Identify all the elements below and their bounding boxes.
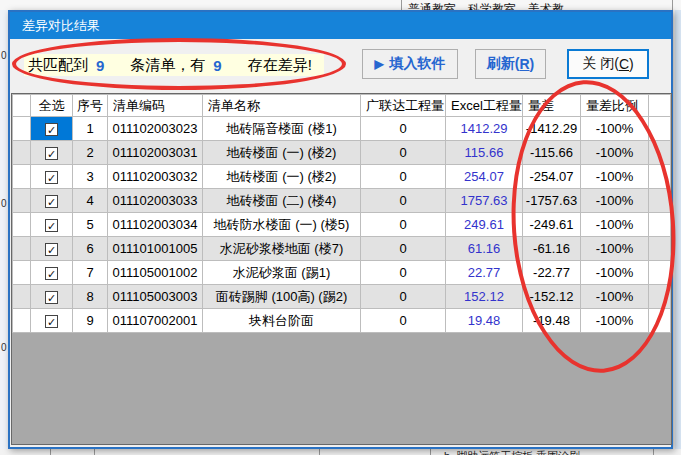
row-checkbox[interactable]: ✓: [45, 315, 58, 328]
row-checkbox[interactable]: ✓: [45, 195, 58, 208]
row-index: 3: [73, 165, 108, 189]
row-excel-qty: 249.61: [446, 213, 523, 237]
row-index: 9: [73, 309, 108, 333]
close-label: 关 闭(: [582, 55, 619, 73]
row-checkbox-cell[interactable]: ✓: [31, 141, 73, 165]
row-diff: -19.48: [523, 309, 581, 333]
row-code: 011102003031: [108, 141, 203, 165]
row-glodon-qty: 0: [361, 213, 446, 237]
row-diff: -115.66: [523, 141, 581, 165]
header-select-all[interactable]: 全选: [31, 95, 73, 117]
row-checkbox[interactable]: ✓: [45, 243, 58, 256]
refresh-button[interactable]: 刷新(R): [475, 49, 546, 79]
results-grid: 全选 序号 清单编码 清单名称 广联达工程量 Excel工程量 量差 量差比例 …: [11, 93, 672, 445]
row-index: 1: [73, 117, 108, 141]
row-indicator: [13, 165, 31, 189]
row-name: 地砖楼面 (一) (楼2): [203, 141, 361, 165]
header-glodon-qty: 广联达工程量: [361, 95, 446, 117]
header-index: 序号: [73, 95, 108, 117]
row-index: 5: [73, 213, 108, 237]
row-diff: -254.07: [523, 165, 581, 189]
background-window-left-strip: 0 0 0: [0, 10, 8, 449]
close-label-end: ): [629, 56, 634, 72]
row-glodon-qty: 0: [361, 189, 446, 213]
header-code: 清单编码: [108, 95, 203, 117]
row-excel-qty: 254.07: [446, 165, 523, 189]
row-name: 水泥砂浆楼地面 (楼7): [203, 237, 361, 261]
row-code: 011101001005: [108, 237, 203, 261]
table-row: ✓1011102003023地砖隔音楼面 (楼1)01412.29-1412.2…: [13, 117, 671, 141]
row-checkbox-cell[interactable]: ✓: [31, 213, 73, 237]
background-window-top-strip: 普通教室、科学教室、美术教: [0, 0, 681, 10]
header-row-indicator: [13, 95, 31, 117]
row-name: 地砖楼面 (二) (楼4): [203, 189, 361, 213]
row-excel-qty: 1757.63: [446, 189, 523, 213]
refresh-label: 刷新(: [487, 55, 520, 73]
row-checkbox-cell[interactable]: ✓: [31, 189, 73, 213]
row-glodon-qty: 0: [361, 165, 446, 189]
background-clipped-text-top: 普通教室、科学教室、美术教: [408, 1, 564, 10]
row-checkbox-cell[interactable]: ✓: [31, 117, 73, 141]
table-row: ✓6011101001005水泥砂浆楼地面 (楼7)061.16-61.16-1…: [13, 237, 671, 261]
row-filler: [649, 309, 671, 333]
row-filler: [649, 237, 671, 261]
row-indicator: [13, 261, 31, 285]
row-name: 水泥砂浆面 (踢1): [203, 261, 361, 285]
fill-into-software-button[interactable]: ▶ 填入软件: [362, 49, 458, 79]
row-index: 4: [73, 189, 108, 213]
row-checkbox[interactable]: ✓: [45, 219, 58, 232]
row-checkbox-cell[interactable]: ✓: [31, 165, 73, 189]
header-filler: [649, 95, 671, 117]
row-name: 面砖踢脚 (100高) (踢2): [203, 285, 361, 309]
row-index: 7: [73, 261, 108, 285]
background-clipped-number: 0: [1, 50, 7, 61]
row-index: 6: [73, 237, 108, 261]
background-window-bottom-strip: b. 脚助远筑工棕板 垂围涂刷: [0, 449, 681, 455]
background-clipped-text-bottom: b. 脚助远筑工棕板 垂围涂刷: [444, 449, 580, 455]
row-glodon-qty: 0: [361, 141, 446, 165]
row-diff-ratio: -100%: [581, 213, 649, 237]
row-filler: [649, 261, 671, 285]
refresh-mnemonic: R: [519, 56, 529, 72]
table-row: ✓4011102003033地砖楼面 (二) (楼4)01757.63-1757…: [13, 189, 671, 213]
table-row: ✓3011102003032地砖楼面 (一) (楼2)0254.07-254.0…: [13, 165, 671, 189]
row-code: 011102003023: [108, 117, 203, 141]
header-diff: 量差: [523, 95, 581, 117]
row-checkbox[interactable]: ✓: [45, 123, 58, 136]
row-filler: [649, 117, 671, 141]
row-checkbox[interactable]: ✓: [45, 147, 58, 160]
table-row: ✓2011102003031地砖楼面 (一) (楼2)0115.66-115.6…: [13, 141, 671, 165]
header-diff-ratio: 量差比例: [581, 95, 649, 117]
row-checkbox[interactable]: ✓: [45, 267, 58, 280]
row-checkbox[interactable]: ✓: [45, 171, 58, 184]
close-button[interactable]: 关 闭(C): [567, 49, 649, 79]
row-checkbox-cell[interactable]: ✓: [31, 309, 73, 333]
row-diff: -1757.63: [523, 189, 581, 213]
row-filler: [649, 189, 671, 213]
row-name: 地砖隔音楼面 (楼1): [203, 117, 361, 141]
row-excel-qty: 61.16: [446, 237, 523, 261]
row-checkbox[interactable]: ✓: [45, 291, 58, 304]
dialog-title: 差异对比结果: [22, 18, 100, 33]
row-checkbox-cell[interactable]: ✓: [31, 237, 73, 261]
table-row: ✓7011105001002水泥砂浆面 (踢1)022.77-22.77-100…: [13, 261, 671, 285]
row-checkbox-cell[interactable]: ✓: [31, 285, 73, 309]
row-diff-ratio: -100%: [581, 189, 649, 213]
summary-message: 共匹配到 9 条清单，有 9 存在差异!: [24, 54, 324, 76]
header-excel-qty: Excel工程量: [446, 95, 523, 117]
dialog-titlebar[interactable]: 差异对比结果: [10, 12, 671, 39]
row-code: 011105001002: [108, 261, 203, 285]
row-checkbox-cell[interactable]: ✓: [31, 261, 73, 285]
row-index: 2: [73, 141, 108, 165]
row-diff-ratio: -100%: [581, 117, 649, 141]
row-diff: -1412.29: [523, 117, 581, 141]
play-triangle-icon: ▶: [374, 57, 383, 71]
row-diff-ratio: -100%: [581, 141, 649, 165]
row-name: 地砖防水楼面 (一) (楼5): [203, 213, 361, 237]
row-diff: -249.61: [523, 213, 581, 237]
row-diff: -61.16: [523, 237, 581, 261]
row-name: 块料台阶面: [203, 309, 361, 333]
table-row: ✓8011105003003面砖踢脚 (100高) (踢2)0152.12-15…: [13, 285, 671, 309]
row-code: 011102003033: [108, 189, 203, 213]
row-indicator: [13, 141, 31, 165]
